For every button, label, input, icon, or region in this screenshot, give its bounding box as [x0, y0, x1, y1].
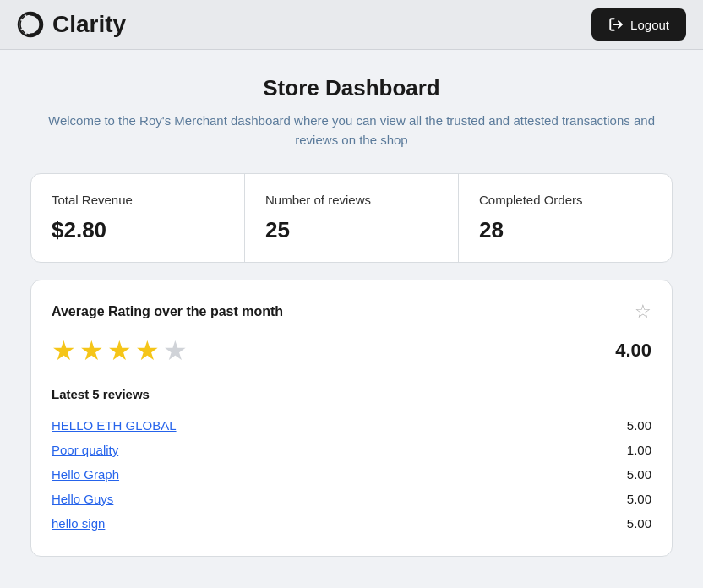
- reviews-title: Latest 5 reviews: [52, 387, 651, 401]
- rating-header: Average Rating over the past month ☆: [52, 301, 651, 323]
- review-item: HELLO ETH GLOBAL5.00: [52, 413, 651, 438]
- stat-value-orders: 28: [479, 217, 651, 243]
- clarity-logo-icon: [17, 11, 44, 38]
- stat-card-orders: Completed Orders 28: [459, 174, 672, 262]
- review-score: 1.00: [627, 443, 651, 457]
- rating-title: Average Rating over the past month: [52, 304, 283, 319]
- svg-point-0: [19, 13, 42, 36]
- review-link[interactable]: HELLO ETH GLOBAL: [52, 418, 177, 433]
- review-item: Hello Guys5.00: [52, 487, 651, 511]
- review-link[interactable]: Poor quality: [52, 443, 118, 457]
- stat-label-revenue: Total Revenue: [52, 193, 224, 207]
- reviews-list: HELLO ETH GLOBAL5.00Poor quality1.00Hell…: [52, 413, 651, 536]
- star-2: ★: [79, 335, 104, 367]
- stat-value-reviews: 25: [265, 217, 438, 243]
- review-item: Hello Graph5.00: [52, 462, 651, 487]
- logout-button[interactable]: Logout: [591, 8, 686, 41]
- review-link[interactable]: hello sign: [52, 516, 105, 531]
- stat-card-reviews: Number of reviews 25: [245, 174, 459, 262]
- stat-label-reviews: Number of reviews: [265, 193, 438, 207]
- star-3: ★: [107, 335, 132, 367]
- rating-section: Average Rating over the past month ☆ ★ ★…: [30, 280, 673, 557]
- review-item: Poor quality1.00: [52, 438, 651, 462]
- rating-value: 4.00: [615, 340, 651, 362]
- review-link[interactable]: Hello Guys: [52, 492, 113, 506]
- stat-value-revenue: $2.80: [52, 217, 224, 243]
- stats-row: Total Revenue $2.80 Number of reviews 25…: [30, 173, 673, 263]
- stars-display: ★ ★ ★ ★ ★: [52, 335, 188, 367]
- logo-area: Clarity: [17, 11, 126, 38]
- stat-card-revenue: Total Revenue $2.80: [31, 174, 245, 262]
- review-score: 5.00: [627, 467, 651, 482]
- review-score: 5.00: [627, 492, 651, 506]
- review-item: hello sign5.00: [52, 511, 651, 536]
- main-content: Store Dashboard Welcome to the Roy's Mer…: [14, 50, 689, 582]
- page-title: Store Dashboard: [30, 75, 673, 101]
- star-4: ★: [135, 335, 160, 367]
- stat-label-orders: Completed Orders: [479, 193, 651, 207]
- review-score: 5.00: [627, 418, 651, 433]
- favorite-star-icon[interactable]: ☆: [635, 301, 651, 323]
- review-score: 5.00: [627, 516, 651, 531]
- page-subtitle: Welcome to the Roy's Merchant dashboard …: [30, 112, 673, 150]
- logout-icon: [608, 17, 624, 32]
- logo-text: Clarity: [52, 11, 126, 38]
- logout-label: Logout: [630, 18, 669, 32]
- star-1: ★: [52, 335, 76, 367]
- stars-row: ★ ★ ★ ★ ★ 4.00: [52, 335, 651, 367]
- review-link[interactable]: Hello Graph: [52, 467, 119, 482]
- header: Clarity Logout: [0, 0, 703, 50]
- star-5: ★: [163, 335, 188, 367]
